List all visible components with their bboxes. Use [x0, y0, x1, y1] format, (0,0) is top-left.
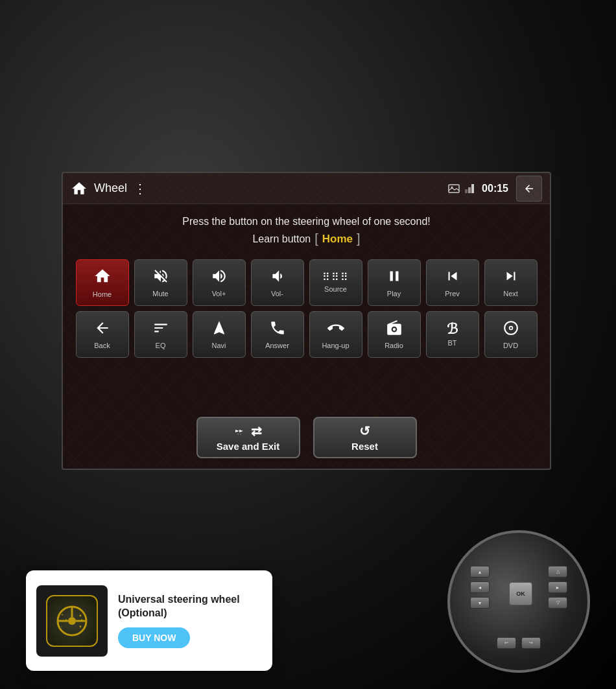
product-image: + - ▲ ▼ ◄ ► — [36, 585, 108, 657]
prev-button[interactable]: Prev — [426, 259, 479, 306]
instruction-line1: Press the button on the steering wheel o… — [76, 216, 537, 228]
bt-btn-icon: ℬ — [447, 322, 458, 336]
svg-point-7 — [68, 617, 76, 625]
prev-btn-icon — [444, 268, 461, 287]
reset-label: Reset — [351, 441, 378, 452]
voldown-btn-label: Vol- — [271, 290, 283, 298]
svg-text:▼: ▼ — [78, 625, 82, 629]
learn-row: Learn button [ Home ] — [76, 231, 537, 246]
mute-btn-icon — [152, 268, 169, 287]
svg-text:-: - — [61, 624, 63, 628]
prev-btn-label: Prev — [445, 290, 460, 298]
sw-btn-2: ◄ — [470, 581, 490, 593]
play-btn-icon — [386, 268, 403, 287]
instruction-area: Press the button on the steering wheel o… — [63, 204, 550, 254]
source-btn-label: Source — [324, 285, 347, 293]
svg-text:▲: ▲ — [78, 613, 82, 617]
play-btn-label: Play — [387, 290, 401, 298]
product-box: + - ▲ ▼ ◄ ► Universal steering wheel(Opt… — [26, 570, 272, 671]
save-exit-label: Save and Exit — [217, 441, 280, 452]
button-row-1: Home Mute Vol+ — [73, 259, 539, 306]
svg-text:+: + — [61, 613, 64, 617]
top-bar: Wheel ⋮ 00:15 — [63, 173, 550, 204]
svg-rect-0 — [449, 185, 459, 193]
bracket-close: ] — [357, 231, 361, 246]
home-icon — [71, 180, 88, 197]
button-row-2: Back EQ Navi — [73, 311, 539, 358]
eq-button[interactable]: EQ — [134, 311, 187, 358]
bt-btn-label: BT — [447, 339, 456, 347]
signal-icon — [465, 184, 474, 193]
eq-btn-icon — [152, 320, 169, 339]
play-button[interactable]: Play — [368, 259, 421, 306]
product-info: Universal steering wheel(Optional) BUY N… — [118, 593, 262, 649]
dvd-btn-label: DVD — [503, 342, 518, 349]
steering-wheel-product-icon: + - ▲ ▼ ◄ ► — [56, 605, 88, 637]
radio-btn-icon — [386, 320, 403, 339]
back-button[interactable] — [516, 176, 542, 202]
svg-text:→←: →← — [236, 432, 243, 436]
sw-btn-5: ► — [548, 581, 567, 593]
hangup-btn-icon — [327, 320, 344, 339]
steering-wheel-image: ▲ ◄ ▼ OK △ ► ▽ ↩ ↪ — [447, 530, 590, 673]
action-row: →← ⇄ Save and Exit ↺ Reset — [63, 406, 550, 469]
svg-point-4 — [510, 327, 512, 329]
reset-icon: ↺ — [359, 423, 370, 439]
radio-button[interactable]: Radio — [368, 311, 421, 358]
sw-btn-7: ↩ — [497, 637, 516, 649]
navi-btn-icon — [211, 320, 228, 339]
learn-label: Learn button — [252, 233, 311, 245]
voldown-button[interactable]: Vol- — [251, 259, 304, 306]
volup-button[interactable]: Vol+ — [193, 259, 246, 306]
radio-btn-label: Radio — [385, 342, 403, 349]
answer-button[interactable]: Answer — [251, 311, 304, 358]
top-bar-right: 00:15 — [448, 176, 542, 202]
reset-button[interactable]: ↺ Reset — [313, 417, 417, 458]
product-title: Universal steering wheel(Optional) — [118, 593, 262, 620]
current-button-highlight: Home — [322, 233, 353, 246]
product-inner-image: + - ▲ ▼ ◄ ► — [46, 595, 98, 647]
bracket-open: [ — [314, 231, 318, 246]
source-button[interactable]: ⠿⠿⠿ Source — [309, 259, 362, 306]
eq-btn-label: EQ — [156, 342, 166, 349]
sw-ok-button: OK — [509, 582, 532, 605]
mute-button[interactable]: Mute — [134, 259, 187, 306]
save-exit-button[interactable]: →← ⇄ Save and Exit — [196, 417, 300, 458]
buy-now-button[interactable]: BUY NOW — [118, 627, 190, 648]
sw-btn-8: ↪ — [521, 637, 541, 649]
back-ctrl-button[interactable]: Back — [76, 311, 129, 358]
time-display: 00:15 — [482, 183, 508, 194]
back-ctrl-icon — [94, 320, 111, 339]
sw-btn-4: △ — [548, 566, 567, 578]
answer-btn-label: Answer — [265, 342, 289, 349]
hangup-btn-label: Hang-up — [322, 342, 349, 349]
menu-dots-button[interactable]: ⋮ — [134, 181, 147, 196]
volup-btn-icon — [211, 268, 228, 287]
dvd-button[interactable]: DVD — [484, 311, 538, 358]
next-btn-icon — [503, 268, 519, 287]
svg-text:◄: ◄ — [64, 618, 67, 622]
next-button[interactable]: Next — [484, 259, 538, 306]
navi-button[interactable]: Navi — [193, 311, 246, 358]
hangup-button[interactable]: Hang-up — [309, 311, 362, 358]
back-ctrl-label: Back — [94, 342, 110, 349]
main-panel: Wheel ⋮ 00:15 — [62, 172, 551, 470]
next-btn-label: Next — [503, 290, 518, 298]
dvd-btn-icon — [503, 320, 519, 339]
answer-btn-icon — [269, 320, 286, 339]
voldown-btn-icon — [269, 268, 286, 287]
panel-title: Wheel — [94, 181, 127, 195]
svg-text:►: ► — [80, 618, 84, 622]
top-bar-left: Wheel ⋮ — [71, 180, 147, 197]
back-arrow-icon — [523, 183, 535, 194]
sw-btn-3: ▼ — [470, 597, 490, 609]
button-grid: Home Mute Vol+ — [63, 254, 550, 363]
home-button[interactable]: Home — [76, 259, 129, 306]
home-btn-icon — [93, 267, 112, 288]
status-icons — [448, 184, 474, 193]
image-icon — [448, 184, 460, 193]
sw-btn-1: ▲ — [470, 566, 490, 578]
bt-button[interactable]: ℬ BT — [426, 311, 479, 358]
save-icon: →← — [234, 426, 248, 436]
mute-btn-label: Mute — [152, 290, 168, 298]
